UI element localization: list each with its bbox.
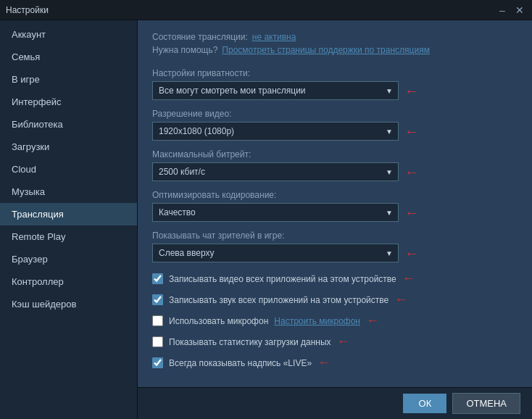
window-title: Настройки bbox=[6, 5, 49, 15]
cb2-arrow: ← bbox=[394, 292, 407, 307]
privacy-label: Настройки приватности: bbox=[152, 68, 518, 78]
optimize-section: Оптимизировать кодирование: Качество ← bbox=[152, 190, 518, 222]
sidebar-item-browser[interactable]: Браузер bbox=[0, 248, 137, 270]
bitrate-dropdown[interactable]: 2500 кбит/с bbox=[152, 162, 399, 181]
sidebar-item-in-game[interactable]: В игре bbox=[0, 68, 137, 91]
resolution-dropdown[interactable]: 1920x1080 (1080p) bbox=[152, 122, 399, 141]
bitrate-arrow: ← bbox=[404, 164, 419, 181]
resolution-row: 1920x1080 (1080p) ← bbox=[152, 122, 518, 141]
sidebar-item-interface[interactable]: Интерфейс bbox=[0, 91, 137, 113]
bitrate-label: Максимальный битрейт: bbox=[152, 149, 518, 159]
chat-dropdown[interactable]: Слева вверху bbox=[152, 244, 399, 262]
optimize-arrow: ← bbox=[404, 204, 419, 221]
chat-section: Показывать чат зрителей в игре: Слева вв… bbox=[152, 231, 518, 262]
resolution-arrow: ← bbox=[404, 123, 419, 140]
bitrate-row: 2500 кбит/с ← bbox=[152, 162, 518, 181]
checkbox-record-video[interactable] bbox=[152, 273, 163, 284]
cancel-button[interactable]: ОТМЕНА bbox=[452, 393, 520, 414]
sidebar-item-music[interactable]: Музыка bbox=[0, 181, 137, 203]
ok-button[interactable]: ОК bbox=[403, 394, 446, 413]
checkbox-row-1: Записывать видео всех приложений на этом… bbox=[152, 271, 518, 286]
sidebar-item-cloud[interactable]: Cloud bbox=[0, 158, 137, 181]
checkbox-record-audio-label: Записывать звук всех приложений на этом … bbox=[169, 295, 388, 305]
status-value-link[interactable]: не активна bbox=[252, 32, 296, 42]
checkbox-row-4: Показывать статистику загрузки данных ← bbox=[152, 334, 518, 349]
sidebar: Аккаунт Семья В игре Интерфейс Библиотек… bbox=[0, 20, 138, 419]
checkbox-show-live-label: Всегда показывать надпись «LIVE» bbox=[169, 358, 312, 368]
cb5-arrow: ← bbox=[317, 355, 331, 370]
bitrate-dropdown-wrapper: 2500 кбит/с bbox=[152, 162, 399, 181]
status-label: Состояние трансляции: bbox=[152, 32, 248, 42]
sidebar-item-broadcast[interactable]: Трансляция bbox=[0, 203, 137, 225]
sidebar-item-family[interactable]: Семья bbox=[0, 46, 137, 68]
optimize-dropdown[interactable]: Качество bbox=[152, 203, 399, 222]
privacy-dropdown[interactable]: Все могут смотреть мои трансляции bbox=[152, 81, 399, 100]
status-row: Состояние трансляции: не активна bbox=[152, 32, 518, 42]
sidebar-item-library[interactable]: Библиотека bbox=[0, 113, 137, 136]
main-container: Аккаунт Семья В игре Интерфейс Библиотек… bbox=[0, 20, 532, 419]
sidebar-item-downloads[interactable]: Загрузки bbox=[0, 136, 137, 158]
resolution-section: Разрешение видео: 1920x1080 (1080p) ← bbox=[152, 109, 518, 141]
sidebar-item-shader-cache[interactable]: Кэш шейдеров bbox=[0, 293, 137, 315]
help-link[interactable]: Просмотреть страницы поддержки по трансл… bbox=[222, 45, 430, 55]
sidebar-item-account[interactable]: Аккаунт bbox=[0, 23, 137, 46]
checkbox-use-microphone-label: Использовать микрофон bbox=[169, 316, 268, 326]
checkbox-use-microphone[interactable] bbox=[152, 315, 163, 326]
optimize-label: Оптимизировать кодирование: bbox=[152, 190, 518, 200]
checkbox-show-stats[interactable] bbox=[152, 336, 163, 347]
window-controls: – ✕ bbox=[496, 4, 526, 17]
bottom-bar: ОК ОТМЕНА bbox=[138, 387, 532, 419]
checkbox-show-live[interactable] bbox=[152, 357, 163, 368]
optimize-dropdown-wrapper: Качество bbox=[152, 203, 399, 222]
privacy-dropdown-wrapper: Все могут смотреть мои трансляции bbox=[152, 81, 399, 100]
content-area: Состояние трансляции: не активна Нужна п… bbox=[138, 20, 532, 419]
privacy-section: Настройки приватности: Все могут смотрет… bbox=[152, 68, 518, 100]
minimize-button[interactable]: – bbox=[496, 4, 509, 17]
close-button[interactable]: ✕ bbox=[513, 4, 526, 17]
cb3-arrow: ← bbox=[366, 313, 379, 328]
checkbox-row-2: Записывать звук всех приложений на этом … bbox=[152, 292, 518, 307]
resolution-label: Разрешение видео: bbox=[152, 109, 518, 119]
sidebar-item-controller[interactable]: Контроллер bbox=[0, 270, 137, 293]
checkbox-row-5: Всегда показывать надпись «LIVE» ← bbox=[152, 355, 518, 370]
setup-microphone-link[interactable]: Настроить микрофон bbox=[274, 316, 360, 326]
checkboxes-section: Записывать видео всех приложений на этом… bbox=[152, 271, 518, 370]
help-row: Нужна помощь? Просмотреть страницы подде… bbox=[152, 45, 518, 55]
chat-dropdown-wrapper: Слева вверху bbox=[152, 244, 399, 262]
help-label: Нужна помощь? bbox=[152, 45, 217, 55]
checkbox-row-3: Использовать микрофон Настроить микрофон… bbox=[152, 313, 518, 328]
cb4-arrow: ← bbox=[337, 334, 350, 349]
cb1-arrow: ← bbox=[402, 271, 415, 286]
checkbox-record-video-label: Записывать видео всех приложений на этом… bbox=[169, 274, 396, 284]
chat-row: Слева вверху ← bbox=[152, 244, 518, 262]
chat-label: Показывать чат зрителей в игре: bbox=[152, 231, 518, 241]
bitrate-section: Максимальный битрейт: 2500 кбит/с ← bbox=[152, 149, 518, 181]
optimize-row: Качество ← bbox=[152, 203, 518, 222]
title-bar: Настройки – ✕ bbox=[0, 0, 532, 20]
chat-arrow: ← bbox=[404, 245, 419, 262]
checkbox-show-stats-label: Показывать статистику загрузки данных bbox=[169, 337, 331, 347]
privacy-row: Все могут смотреть мои трансляции ← bbox=[152, 81, 518, 100]
sidebar-item-remote-play[interactable]: Remote Play bbox=[0, 225, 137, 248]
checkbox-record-audio[interactable] bbox=[152, 294, 163, 305]
privacy-arrow: ← bbox=[404, 83, 419, 99]
resolution-dropdown-wrapper: 1920x1080 (1080p) bbox=[152, 122, 399, 141]
